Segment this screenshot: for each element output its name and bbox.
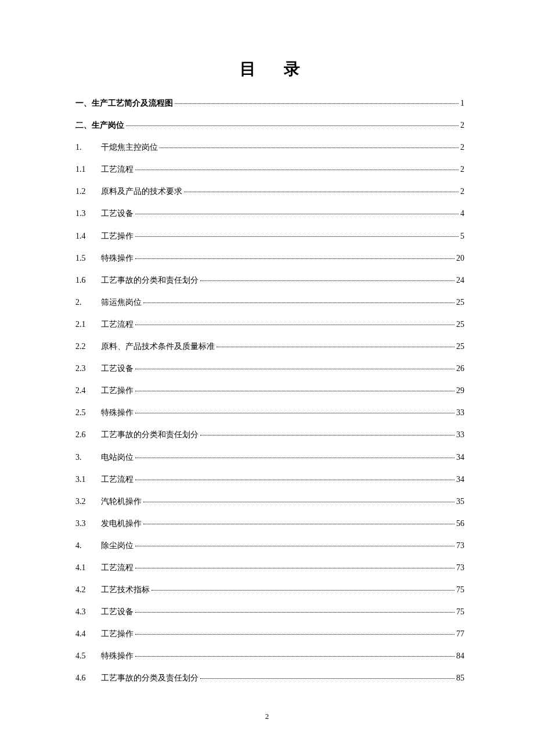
toc-entry-page: 5 [460,231,464,242]
toc-entry: 3.电站岗位34 [75,452,464,463]
toc-entry: 一、生产工艺简介及流程图1 [75,98,464,109]
toc-entry-page: 33 [456,407,464,419]
toc-entry: 2.2原料、产品技术条件及质量标准25 [75,341,464,352]
toc-entry: 4.3工艺设备75 [75,606,464,618]
toc-entry-number: 4. [75,540,101,552]
toc-dots [135,258,454,259]
toc-entry: 4.6工艺事故的分类及责任划分85 [75,672,464,684]
toc-entry-label: 工艺流程 [101,319,134,330]
toc-entry: 二、生产岗位2 [75,120,464,131]
toc-dots [135,568,454,568]
toc-entry-number: 2.3 [75,363,101,375]
toc-dots [135,214,459,214]
toc-entry: 1.2原料及产品的技术要求2 [75,186,464,197]
toc-entry-label: 筛运焦岗位 [101,297,142,308]
toc-entry-page: 2 [460,120,464,131]
toc-entry-label: 工艺操作 [101,628,134,640]
toc-entry-page: 34 [456,474,464,485]
toc-entry-page: 56 [456,518,464,530]
toc-entry: 1.干熄焦主控岗位2 [75,142,464,153]
toc-dots [143,502,454,502]
toc-entry: 3.2汽轮机操作35 [75,496,464,507]
toc-entry-number: 3.2 [75,496,101,507]
toc-dots [126,125,459,126]
toc-entry-number: 1.4 [75,231,101,242]
toc-entry-label: 电站岗位 [101,452,134,463]
toc-entry: 1.4工艺操作5 [75,231,464,242]
toc-entry-page: 75 [456,584,464,596]
toc-entry-page: 85 [456,672,464,684]
toc-entry-page: 33 [456,429,464,441]
toc-entry-label: 一、生产工艺简介及流程图 [75,98,173,109]
toc-entry-number: 2.1 [75,319,101,330]
toc-entry-label: 特殊操作 [101,650,134,662]
toc-dots [143,303,454,303]
toc-dots [135,170,459,170]
toc-entry-label: 二、生产岗位 [75,120,124,131]
toc-entry-number: 2. [75,297,101,308]
toc-dots [175,103,459,104]
toc-entry-label: 除尘岗位 [101,540,134,552]
toc-entry-page: 2 [460,164,464,175]
toc-entry-number: 2.6 [75,429,101,441]
toc-entry-page: 84 [456,650,464,662]
toc-entry-number: 2.4 [75,385,101,397]
toc-dots [151,590,454,591]
toc-entry-label: 工艺设备 [101,606,134,618]
toc-dots [184,192,459,192]
toc-entry-number: 1.1 [75,164,101,175]
toc-entry-label: 特殊操作 [101,407,134,419]
toc-entry-number: 3.1 [75,474,101,485]
toc-entry: 1.3工艺设备4 [75,208,464,219]
toc-entry: 2.筛运焦岗位25 [75,297,464,308]
toc-entry-page: 34 [456,452,464,463]
toc-entry-page: 29 [456,385,464,397]
toc-entry-number: 2.2 [75,341,101,352]
toc-entry-label: 工艺事故的分类和责任划分 [101,275,199,286]
toc-entry-page: 35 [456,496,464,507]
toc-dots [200,435,454,435]
toc-entry: 2.1工艺流程25 [75,319,464,330]
toc-dots [200,280,454,281]
toc-entry-number: 3. [75,452,101,463]
toc-entry-label: 工艺流程 [101,474,134,485]
toc-entry-label: 原料、产品技术条件及质量标准 [101,341,215,352]
toc-dots [135,325,454,325]
toc-entry-number: 1.6 [75,275,101,286]
toc-entry-page: 25 [456,319,464,330]
toc-entry-label: 工艺技术指标 [101,584,150,596]
toc-entry-label: 工艺操作 [101,231,134,242]
toc-entry-label: 发电机操作 [101,518,142,530]
toc-entry-label: 工艺操作 [101,385,134,397]
toc-entry-number: 4.1 [75,562,101,574]
toc-entry: 1.1工艺流程2 [75,164,464,175]
toc-entry-page: 77 [456,628,464,640]
toc-entry-page: 73 [456,562,464,574]
toc-dots [135,546,454,546]
toc-entry-page: 2 [460,186,464,197]
toc-entry: 1.5特殊操作20 [75,253,464,264]
toc-entry: 4.2工艺技术指标75 [75,584,464,596]
toc-dots [135,369,454,369]
toc-entry-label: 特殊操作 [101,253,134,264]
toc-entry: 2.4工艺操作29 [75,385,464,397]
toc-entry-page: 25 [456,341,464,352]
toc-entry-page: 25 [456,297,464,308]
toc-entry-label: 工艺设备 [101,208,134,219]
toc-entry-label: 干熄焦主控岗位 [101,142,158,153]
toc-entry: 4.1工艺流程73 [75,562,464,574]
toc-dots [217,347,454,347]
toc-dots [135,458,454,458]
toc-dots [200,678,454,679]
toc-entry-number: 1.3 [75,208,101,219]
toc-dots [135,391,454,391]
toc-entry-label: 工艺流程 [101,562,134,574]
toc-entry: 2.6工艺事故的分类和责任划分33 [75,429,464,441]
toc-entry-label: 工艺流程 [101,164,134,175]
toc-entry-number: 1.5 [75,253,101,264]
toc-entry: 3.1工艺流程34 [75,474,464,485]
toc-entry: 1.6工艺事故的分类和责任划分24 [75,275,464,286]
toc-dots [135,634,454,635]
toc-entry: 4.4工艺操作77 [75,628,464,640]
toc-entry-page: 20 [456,253,464,264]
